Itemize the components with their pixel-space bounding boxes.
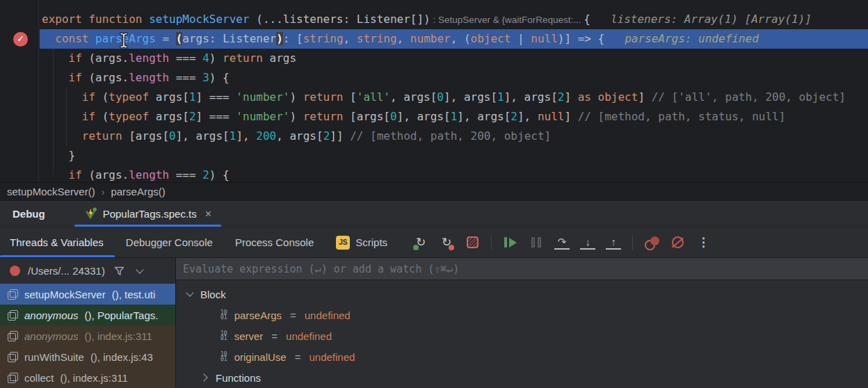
- debug-header-row: Debug PopularTags.spec.ts ×: [0, 200, 868, 227]
- frame-function-name: setupMockServer: [24, 289, 106, 300]
- chevron-right-icon[interactable]: [200, 373, 207, 381]
- variables-list: 1001parseArgs=undefined1001server=undefi…: [176, 305, 868, 367]
- code-line-4[interactable]: if (args.length === 3) {: [40, 68, 868, 88]
- variables-tree: Block 1001parseArgs=undefined1001server=…: [176, 280, 868, 388]
- breakpoint-icon[interactable]: ✓: [13, 32, 28, 47]
- frame-location: (), test.uti: [112, 289, 156, 300]
- session-label[interactable]: /Users/... 24331): [28, 265, 105, 277]
- step-over-icon[interactable]: ↷: [554, 234, 570, 251]
- view-breakpoints-icon[interactable]: [643, 234, 660, 251]
- debug-tool-window: Debug PopularTags.spec.ts × Threads & Va…: [0, 200, 868, 388]
- tree-node-block-label: Block: [200, 289, 226, 300]
- frame-icon: [7, 330, 18, 341]
- frame-function-name: anonymous: [24, 330, 79, 342]
- tab-process-console[interactable]: Process Console: [224, 227, 325, 257]
- debug-content: /Users/... 24331) setupMockServer(), tes…: [0, 257, 868, 388]
- breadcrumb-item-inner-function[interactable]: parseArgs(): [111, 186, 165, 197]
- debug-toolbar: ↻ ↻ ↷ ↓ ↑ ⋮: [412, 234, 712, 251]
- toolbar-separator: [632, 236, 633, 250]
- debug-view-tabs: Threads & VariablesDebugger ConsoleProce…: [0, 227, 399, 257]
- frame-location: (), PopularTags.: [85, 309, 159, 321]
- toolbar-separator: [491, 236, 492, 250]
- tab-debugger-console[interactable]: Debugger Console: [115, 227, 224, 257]
- session-status-icon: [10, 266, 20, 276]
- debug-view-tabs-row: Threads & VariablesDebugger ConsoleProce…: [0, 227, 868, 257]
- variable-name: originalUse: [234, 351, 287, 363]
- tab-threads-variables[interactable]: Threads & Variables: [0, 227, 115, 257]
- code-editor[interactable]: ✓ export function setupMockServer (...li…: [0, 0, 868, 182]
- frames-header: /Users/... 24331): [0, 258, 175, 284]
- frames-list: setupMockServer(), test.utianonymous(), …: [0, 284, 175, 388]
- frame-function-name: collect: [24, 372, 54, 384]
- variable-row-parseargs[interactable]: 1001parseArgs=undefined: [176, 305, 868, 325]
- tab-label: Process Console: [235, 236, 314, 248]
- frame-location: (), index.js:43: [90, 351, 153, 363]
- code-line-6[interactable]: if (typeof args[2] === 'number') return …: [40, 107, 868, 127]
- variable-value: undefined: [309, 351, 355, 363]
- step-out-icon[interactable]: ↑: [605, 234, 622, 251]
- code-lines: export function setupMockServer (...list…: [40, 10, 868, 182]
- more-options-icon[interactable]: ⋮: [695, 234, 712, 251]
- frame-row-anonymous[interactable]: anonymous(), index.js:311: [0, 325, 175, 346]
- text-cursor: [119, 32, 129, 51]
- code-line-1[interactable]: export function setupMockServer (...list…: [40, 10, 868, 29]
- frame-row-setupmockserver[interactable]: setupMockServer(), test.uti: [0, 284, 175, 305]
- breadcrumb-item-function[interactable]: setupMockServer(): [7, 186, 95, 197]
- code-line-3[interactable]: if (args.length === 4) return args: [40, 49, 868, 68]
- frame-icon: [7, 289, 18, 300]
- resume-program-icon[interactable]: [502, 234, 519, 251]
- variable-row-originaluse[interactable]: 1001originalUse=undefined: [176, 346, 868, 367]
- variable-equals: =: [271, 330, 278, 342]
- tree-node-block[interactable]: Block: [176, 284, 868, 305]
- vitest-icon: [84, 207, 97, 220]
- filter-icon[interactable]: [113, 266, 125, 277]
- chevron-down-icon[interactable]: [136, 266, 143, 273]
- frame-icon: [7, 351, 18, 362]
- close-icon[interactable]: ×: [205, 208, 211, 220]
- tree-node-functions[interactable]: Functions: [176, 367, 868, 388]
- variable-equals: =: [295, 351, 301, 363]
- code-line-5[interactable]: if (typeof args[1] === 'number') return …: [40, 88, 868, 107]
- variable-name: server: [234, 330, 264, 342]
- editor-gutter[interactable]: ✓: [0, 0, 39, 182]
- code-line-7[interactable]: return [args[0], args[1], 200, args[2]] …: [40, 127, 868, 146]
- variable-value: undefined: [286, 330, 332, 342]
- frame-location: (), index.js:311: [61, 372, 128, 384]
- variable-value: undefined: [305, 309, 351, 321]
- frame-function-name: runWithSuite: [24, 351, 84, 363]
- frame-row-collect[interactable]: collect(), index.js:311: [0, 367, 175, 388]
- evaluate-expression-input[interactable]: Evaluate expression (↵) or add a watch (…: [176, 258, 868, 280]
- debug-session-tab[interactable]: PopularTags.spec.ts ×: [74, 201, 221, 227]
- rerun-failed-tests-icon[interactable]: ↻: [438, 234, 455, 251]
- chevron-right-icon: ›: [102, 186, 105, 197]
- indent-guide: [53, 49, 54, 175]
- debug-window-title: Debug: [13, 208, 45, 220]
- variable-row-server[interactable]: 1001server=undefined: [176, 325, 868, 346]
- stop-icon[interactable]: [464, 234, 481, 251]
- frame-row-anonymous[interactable]: anonymous(), PopularTags.: [0, 305, 175, 325]
- frame-location: (), index.js:311: [85, 330, 152, 342]
- pause-program-icon[interactable]: [528, 234, 545, 251]
- tab-label: Scripts: [355, 236, 387, 248]
- debug-session-tab-label: PopularTags.spec.ts: [103, 208, 197, 220]
- frame-icon: [7, 372, 18, 383]
- frames-panel: /Users/... 24331) setupMockServer(), tes…: [0, 258, 176, 388]
- code-line-9[interactable]: if (args.length === 2) {: [40, 165, 868, 182]
- rerun-icon[interactable]: ↻: [412, 234, 429, 251]
- mute-breakpoints-icon[interactable]: [669, 234, 686, 251]
- frame-row-runwithsuite[interactable]: runWithSuite(), index.js:43: [0, 346, 175, 367]
- tab-scripts[interactable]: JSScripts: [325, 227, 399, 257]
- breadcrumb: setupMockServer() › parseArgs(): [0, 182, 868, 200]
- code-line-2[interactable]: const parseArgs = (args: Listener): [str…: [40, 29, 868, 49]
- variable-icon: 1001: [220, 310, 227, 320]
- code-line-8[interactable]: }: [40, 146, 868, 165]
- step-into-icon[interactable]: ↓: [579, 234, 596, 251]
- variable-icon: 1001: [220, 331, 227, 341]
- variable-name: parseArgs: [234, 309, 282, 321]
- ide-debugger-window: { "colors": { "accent": "#3574F0", "edit…: [0, 0, 868, 388]
- chevron-down-icon[interactable]: [186, 289, 193, 296]
- frame-icon: [7, 309, 18, 321]
- frame-function-name: anonymous: [24, 309, 79, 321]
- variable-equals: =: [290, 309, 296, 321]
- tab-label: Threads & Variables: [10, 236, 104, 248]
